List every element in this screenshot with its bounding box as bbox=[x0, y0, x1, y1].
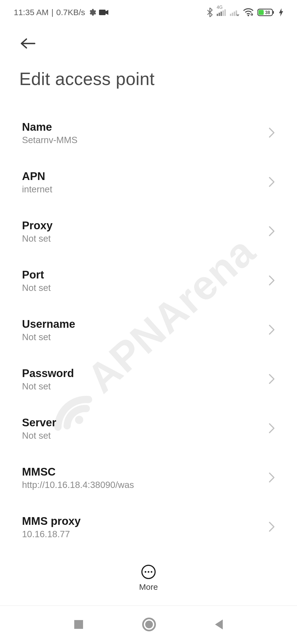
chevron-right-icon bbox=[268, 521, 275, 533]
arrow-left-icon bbox=[19, 37, 37, 50]
chevron-right-icon bbox=[268, 324, 275, 336]
video-camera-icon bbox=[99, 9, 108, 16]
status-time: 11:35 AM bbox=[14, 8, 49, 17]
apn-field-mms-proxy[interactable]: MMS proxy 10.16.18.77 bbox=[22, 503, 275, 552]
signal-secondary-icon bbox=[230, 9, 239, 16]
status-net-speed: 0.7KB/s bbox=[56, 8, 85, 17]
field-label: Name bbox=[22, 121, 78, 133]
apn-field-apn[interactable]: APN internet bbox=[22, 158, 275, 207]
field-label: MMSC bbox=[22, 466, 134, 478]
battery-icon: 38 bbox=[257, 8, 275, 17]
svg-point-19 bbox=[145, 621, 153, 628]
page-title: Edit access point bbox=[19, 69, 278, 89]
chevron-right-icon bbox=[268, 226, 275, 238]
svg-rect-7 bbox=[230, 14, 231, 16]
svg-rect-5 bbox=[222, 10, 224, 16]
square-icon bbox=[73, 618, 85, 631]
svg-rect-4 bbox=[221, 12, 222, 16]
svg-rect-9 bbox=[234, 12, 235, 16]
svg-text:38: 38 bbox=[265, 10, 270, 15]
nav-recent-button[interactable] bbox=[73, 618, 85, 632]
status-right: 4G bbox=[207, 8, 283, 17]
svg-rect-2 bbox=[217, 14, 218, 16]
apn-field-mmsc[interactable]: MMSC http://10.16.18.4:38090/was bbox=[22, 453, 275, 503]
header: Edit access point bbox=[0, 22, 297, 89]
field-value: 10.16.18.77 bbox=[22, 529, 81, 539]
chevron-right-icon bbox=[268, 472, 275, 484]
signal-4g-icon: 4G bbox=[217, 9, 226, 16]
field-value: Not set bbox=[22, 430, 56, 441]
nav-home-button[interactable] bbox=[142, 617, 156, 633]
field-value: Not set bbox=[22, 332, 75, 342]
field-label: Server bbox=[22, 416, 56, 429]
svg-rect-10 bbox=[236, 10, 237, 16]
apn-field-server[interactable]: Server Not set bbox=[22, 404, 275, 453]
chevron-right-icon bbox=[268, 423, 275, 435]
nav-back-button[interactable] bbox=[213, 618, 224, 632]
field-value: Not set bbox=[22, 233, 53, 244]
svg-rect-6 bbox=[224, 9, 226, 16]
apn-field-proxy[interactable]: Proxy Not set bbox=[22, 207, 275, 256]
field-label: Proxy bbox=[22, 219, 53, 232]
field-value: Not set bbox=[22, 381, 74, 392]
svg-rect-8 bbox=[232, 13, 233, 16]
chevron-right-icon bbox=[268, 373, 275, 386]
triangle-left-icon bbox=[213, 618, 224, 631]
svg-rect-14 bbox=[273, 11, 274, 14]
bluetooth-icon bbox=[207, 8, 213, 17]
field-label: APN bbox=[22, 170, 52, 182]
field-value: Not set bbox=[22, 283, 51, 293]
svg-rect-17 bbox=[74, 620, 83, 629]
svg-rect-3 bbox=[219, 13, 220, 16]
android-nav-bar bbox=[0, 605, 297, 644]
more-horizontal-icon bbox=[141, 565, 156, 579]
charging-bolt-icon bbox=[279, 8, 283, 17]
apn-field-port[interactable]: Port Not set bbox=[22, 256, 275, 305]
status-bar: 11:35 AM | 0.7KB/s 4G bbox=[0, 0, 297, 22]
field-label: Password bbox=[22, 367, 74, 380]
status-left: 11:35 AM | 0.7KB/s bbox=[14, 8, 108, 17]
svg-rect-1 bbox=[99, 10, 106, 15]
chevron-right-icon bbox=[268, 127, 275, 139]
more-button[interactable]: More bbox=[0, 565, 297, 592]
svg-rect-15 bbox=[258, 10, 264, 15]
wifi-icon bbox=[243, 8, 254, 17]
settings-list: Name Setarnv-MMS APN internet Proxy Not … bbox=[0, 89, 297, 552]
apn-field-password[interactable]: Password Not set bbox=[22, 355, 275, 404]
gear-icon bbox=[88, 8, 96, 17]
apn-field-name[interactable]: Name Setarnv-MMS bbox=[22, 108, 275, 158]
apn-field-username[interactable]: Username Not set bbox=[22, 305, 275, 355]
more-label: More bbox=[139, 582, 158, 592]
field-label: MMS proxy bbox=[22, 515, 81, 527]
chevron-right-icon bbox=[268, 176, 275, 189]
field-label: Port bbox=[22, 269, 51, 281]
field-value: internet bbox=[22, 184, 52, 195]
field-value: Setarnv-MMS bbox=[22, 135, 78, 145]
svg-point-11 bbox=[248, 15, 249, 16]
circle-icon bbox=[142, 617, 156, 632]
field-label: Username bbox=[22, 318, 75, 330]
chevron-right-icon bbox=[268, 275, 275, 287]
back-button[interactable] bbox=[19, 37, 37, 51]
status-divider: | bbox=[51, 8, 54, 17]
field-value: http://10.16.18.4:38090/was bbox=[22, 480, 134, 490]
